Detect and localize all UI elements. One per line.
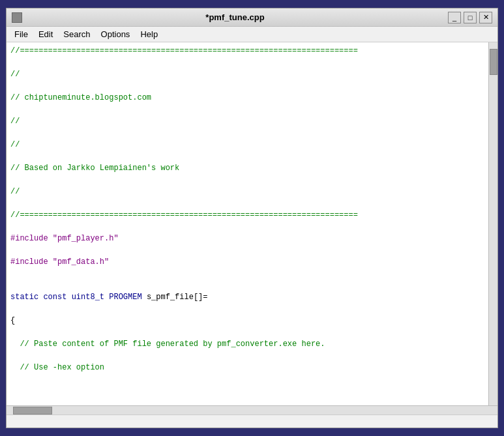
code-editor[interactable]: //======================================…	[7, 42, 488, 405]
horizontal-scrollbar[interactable]	[7, 405, 497, 414]
close-button[interactable]: ✕	[479, 12, 492, 23]
vertical-scrollbar[interactable]	[488, 42, 497, 405]
editor-window: *pmf_tune.cpp _ □ ✕ File Edit Search Opt…	[6, 8, 498, 428]
status-bar	[7, 414, 497, 428]
scrollbar-thumb-v[interactable]	[490, 49, 497, 75]
maximize-button[interactable]: □	[464, 12, 477, 23]
menu-help[interactable]: Help	[135, 28, 163, 40]
menubar: File Edit Search Options Help	[7, 27, 497, 42]
menu-options[interactable]: Options	[96, 28, 136, 40]
menu-edit[interactable]: Edit	[33, 28, 58, 40]
minimize-button[interactable]: _	[448, 12, 461, 23]
title-bar: *pmf_tune.cpp _ □ ✕	[7, 8, 497, 27]
window-controls: _ □ ✕	[448, 12, 492, 23]
window-icon	[12, 12, 22, 23]
window-title: *pmf_tune.cpp	[22, 12, 448, 22]
scrollbar-thumb-h[interactable]	[13, 407, 52, 414]
editor-area: //======================================…	[7, 42, 497, 405]
menu-file[interactable]: File	[9, 28, 33, 40]
menu-search[interactable]: Search	[58, 28, 95, 40]
